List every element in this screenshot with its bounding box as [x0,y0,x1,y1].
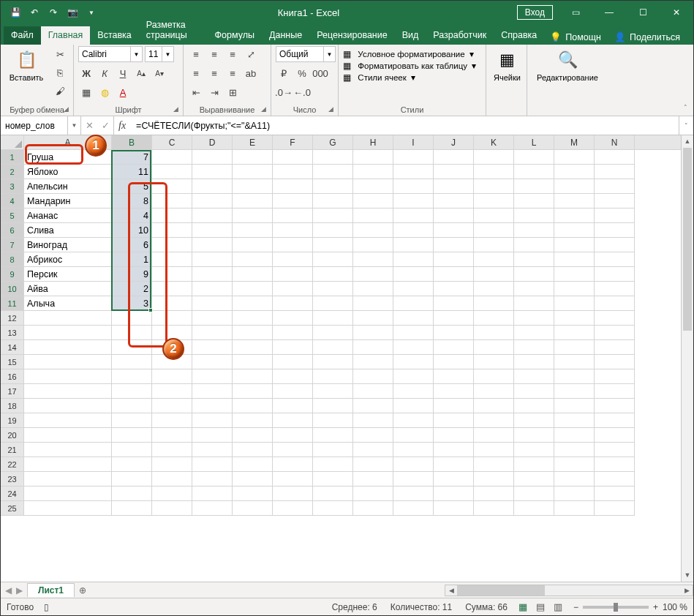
cell[interactable] [192,296,233,311]
format-painter-icon[interactable]: 🖌 [52,83,68,99]
dec-decimal-icon[interactable]: ←.0 [294,84,310,100]
cell[interactable] [233,252,273,267]
merge-icon[interactable]: ⊞ [225,84,241,100]
cell[interactable] [273,296,313,311]
cell[interactable] [514,326,554,340]
cell[interactable] [192,487,233,501]
tell-me[interactable]: 💡Помощн [544,29,607,45]
cell[interactable] [112,384,152,399]
fill-color-icon[interactable]: ◍ [97,84,113,100]
cell[interactable] [514,223,554,238]
cell[interactable] [474,340,514,355]
cell[interactable] [434,428,474,443]
align-bottom-icon[interactable]: ≡ [225,46,241,62]
cell[interactable] [112,443,152,457]
align-left-icon[interactable]: ≡ [188,65,204,81]
cell[interactable] [595,487,635,501]
underline-button[interactable]: Ч [115,65,131,81]
row-header[interactable]: 23 [1,472,24,487]
cell[interactable] [393,443,434,457]
macro-record-icon[interactable]: ▯ [44,602,49,612]
cell[interactable] [514,311,554,326]
cell[interactable] [112,355,152,369]
cell[interactable] [233,384,273,399]
cell[interactable] [233,472,273,487]
cell[interactable] [393,340,434,355]
cell[interactable] [353,223,393,238]
cell[interactable] [192,194,233,209]
col-header-C[interactable]: C [152,135,192,149]
cell[interactable] [233,428,273,443]
cell[interactable] [554,150,595,165]
cell[interactable] [353,384,393,399]
cell[interactable] [273,472,313,487]
cell[interactable] [313,150,353,165]
cell[interactable] [595,340,635,355]
align-center-icon[interactable]: ≡ [206,65,222,81]
conditional-formatting-button[interactable]: ▦ Условное форматирование ▾ [343,49,474,59]
cell[interactable] [152,282,192,296]
row-header[interactable]: 22 [1,457,24,472]
cell[interactable] [554,326,595,340]
cell[interactable] [273,340,313,355]
col-header-E[interactable]: E [233,135,273,149]
cell[interactable] [152,150,192,165]
row-header[interactable]: 21 [1,443,24,457]
format-as-table-button[interactable]: ▦ Форматировать как таблицу ▾ [343,61,476,71]
cell[interactable] [393,150,434,165]
cell[interactable] [112,311,152,326]
cell[interactable] [595,209,635,223]
cell[interactable] [233,296,273,311]
name-box-dd-icon[interactable]: ▼ [68,116,81,135]
cell[interactable] [152,296,192,311]
cell[interactable] [233,340,273,355]
cell[interactable] [514,252,554,267]
number-dialog-icon[interactable]: ◢ [328,105,333,113]
cell[interactable] [353,443,393,457]
cell[interactable] [152,487,192,501]
cell[interactable] [273,443,313,457]
cell[interactable] [474,150,514,165]
cell[interactable] [24,369,112,384]
cell[interactable] [393,369,434,384]
cell[interactable] [192,443,233,457]
cell[interactable] [554,179,595,194]
maximize-icon[interactable]: ☐ [626,1,660,24]
cell[interactable] [24,311,112,326]
cell[interactable] [24,443,112,457]
cell[interactable] [595,443,635,457]
cell[interactable] [152,501,192,516]
cell[interactable] [152,428,192,443]
cell[interactable] [595,311,635,326]
row-header[interactable]: 2 [1,165,24,179]
col-header-B[interactable]: B [112,135,152,149]
cell[interactable] [393,428,434,443]
cell[interactable] [554,501,595,516]
cell[interactable] [393,238,434,252]
cell[interactable] [192,472,233,487]
sheet-tab[interactable]: Лист1 [27,583,75,597]
cell[interactable] [595,179,635,194]
cell[interactable] [393,472,434,487]
cell[interactable] [514,209,554,223]
cell[interactable] [353,413,393,428]
cell[interactable] [393,355,434,369]
cell[interactable] [273,487,313,501]
cell[interactable]: 5 [112,179,152,194]
cell[interactable] [192,413,233,428]
formula-input[interactable] [130,116,679,135]
undo-icon[interactable]: ↶ [26,4,43,21]
cell[interactable] [313,399,353,413]
cell[interactable] [353,238,393,252]
cell[interactable] [353,282,393,296]
cell[interactable] [24,501,112,516]
cell[interactable] [273,194,313,209]
cell[interactable] [474,413,514,428]
col-header-D[interactable]: D [192,135,233,149]
cell[interactable] [192,501,233,516]
cell[interactable] [595,355,635,369]
cell[interactable]: Персик [24,267,112,282]
cell[interactable] [152,399,192,413]
cell[interactable] [595,252,635,267]
cell[interactable] [152,252,192,267]
